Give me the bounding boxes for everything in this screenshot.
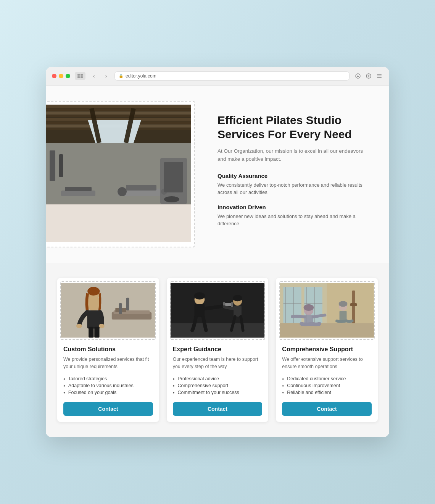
address-bar[interactable]: 🔒 editor.yola.com [114, 71, 350, 81]
browser-chrome: ‹ › 🔒 editor.yola.com [46, 67, 389, 86]
share-icon[interactable] [354, 72, 362, 80]
browser-actions [354, 72, 383, 80]
card-custom-solutions: Custom Solutions We provide personalized… [57, 278, 159, 422]
card3-list: Dedicated customer service Continuous im… [282, 375, 372, 396]
svg-point-46 [76, 324, 82, 328]
feature-quality: Quality Assurance We consistently delive… [218, 173, 370, 196]
menu-icon[interactable] [375, 72, 383, 80]
card-comprehensive-support: Comprehensive Support We offer extensive… [276, 278, 378, 422]
svg-rect-32 [59, 154, 63, 177]
hero-image [46, 105, 191, 242]
feature-innovation-desc: We pioneer new ideas and solutions to st… [218, 213, 370, 228]
svg-rect-49 [94, 326, 99, 337]
svg-rect-77 [280, 323, 374, 338]
hero-subtitle: At Our Organization, our mission is to e… [218, 147, 370, 163]
svg-rect-63 [234, 305, 242, 316]
svg-rect-57 [194, 304, 205, 317]
svg-rect-8 [377, 77, 382, 78]
url-text: editor.yola.com [126, 73, 156, 79]
back-button[interactable]: ‹ [90, 72, 98, 80]
cards-section: Custom Solutions We provide personalized… [46, 263, 389, 438]
card2-body: Expert Guidance Our experienced team is … [167, 340, 269, 422]
hero-section: Efficient Pilates Studio Services For Ev… [46, 86, 389, 263]
card1-title: Custom Solutions [63, 346, 153, 353]
card1-list: Tailored strategies Adaptable to various… [63, 375, 153, 396]
card3-bullet-3: Reliable and efficient [282, 389, 372, 396]
svg-point-62 [233, 295, 242, 301]
card2-desc: Our experienced team is here to support … [173, 356, 263, 370]
card2-image-wrapper [167, 278, 269, 340]
card2-contact-button[interactable]: Contact [173, 402, 263, 416]
svg-rect-31 [50, 150, 55, 181]
card1-body: Custom Solutions We provide personalized… [57, 340, 159, 422]
svg-rect-0 [77, 74, 80, 76]
card2-bullet-3: Commitment to your success [173, 389, 263, 396]
svg-rect-76 [350, 303, 357, 306]
browser-window: ‹ › 🔒 editor.yola.com [46, 67, 389, 438]
svg-rect-69 [284, 303, 301, 304]
tab-overview-button[interactable] [75, 72, 85, 80]
traffic-light-yellow[interactable] [59, 74, 63, 78]
hero-title: Efficient Pilates Studio Services For Ev… [218, 113, 370, 142]
card1-bullet-1: Tailored strategies [63, 375, 153, 382]
cards-grid: Custom Solutions We provide personalized… [57, 278, 378, 422]
card1-image-dashed [60, 281, 156, 340]
card3-contact-button[interactable]: Contact [282, 402, 372, 416]
svg-point-79 [304, 304, 314, 311]
new-tab-icon[interactable] [365, 72, 372, 80]
feature-innovation: Innovation Driven We pioneer new ideas a… [218, 204, 370, 228]
svg-rect-12 [46, 111, 191, 115]
card3-bullet-1: Dedicated customer service [282, 375, 372, 382]
svg-point-56 [194, 292, 205, 299]
svg-point-82 [339, 301, 348, 307]
card2-bullet-2: Comprehensive support [173, 382, 263, 389]
svg-rect-7 [377, 76, 382, 76]
svg-rect-6 [377, 74, 382, 75]
traffic-light-green[interactable] [66, 74, 70, 78]
card-expert-guidance: Expert Guidance Our experienced team is … [167, 278, 269, 422]
svg-point-44 [87, 287, 100, 296]
svg-rect-3 [81, 76, 83, 78]
card1-bullet-3: Focused on your goals [63, 389, 153, 396]
svg-rect-26 [126, 185, 156, 191]
card3-body: Comprehensive Support We offer extensive… [276, 340, 378, 422]
forward-button[interactable]: › [102, 72, 110, 80]
svg-rect-73 [304, 303, 322, 304]
hero-image-dashed-border [46, 101, 195, 247]
traffic-lights [52, 74, 70, 78]
svg-point-27 [118, 187, 127, 196]
feature-quality-desc: We consistently deliver top-notch perfor… [218, 181, 370, 196]
card1-bullet-2: Adaptable to various industries [63, 382, 153, 389]
card3-desc: We offer extensive support services to e… [282, 356, 372, 370]
page-content: Efficient Pilates Studio Services For Ev… [46, 86, 389, 438]
svg-rect-10 [46, 105, 191, 108]
card2-list: Professional advice Comprehensive suppor… [173, 375, 263, 396]
card1-desc: We provide personalized services that fi… [63, 356, 153, 370]
svg-point-47 [99, 324, 105, 328]
feature-quality-title: Quality Assurance [218, 173, 370, 179]
svg-rect-67 [285, 287, 286, 323]
svg-rect-60 [231, 302, 233, 307]
svg-rect-22 [46, 204, 191, 242]
svg-rect-1 [81, 74, 83, 76]
svg-rect-50 [119, 303, 122, 314]
svg-rect-34 [164, 162, 183, 192]
svg-rect-13 [46, 115, 191, 117]
traffic-light-red[interactable] [52, 74, 56, 78]
lock-icon: 🔒 [119, 74, 123, 78]
svg-rect-54 [171, 323, 265, 338]
card1-contact-button[interactable]: Contact [63, 402, 153, 416]
svg-rect-83 [340, 311, 347, 321]
card2-image-dashed [170, 281, 266, 340]
card3-title: Comprehensive Support [282, 346, 372, 353]
svg-rect-2 [77, 76, 80, 78]
feature-innovation-title: Innovation Driven [218, 204, 370, 210]
hero-text: Efficient Pilates Studio Services For Ev… [210, 113, 370, 235]
card3-image-wrapper [276, 278, 378, 340]
svg-rect-30 [65, 187, 92, 191]
svg-rect-29 [61, 191, 95, 196]
svg-rect-51 [126, 298, 129, 310]
card1-image [61, 282, 155, 339]
card3-image [280, 282, 374, 339]
card2-title: Expert Guidance [173, 346, 263, 353]
